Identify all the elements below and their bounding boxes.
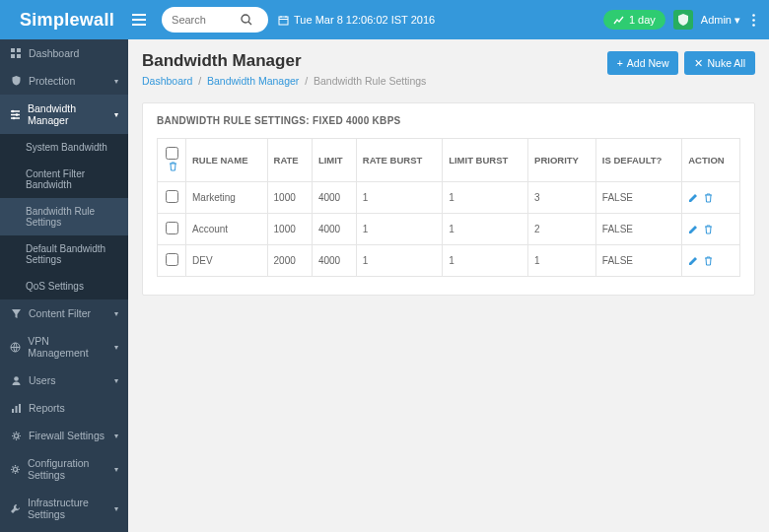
sidebar-item-dashboard[interactable]: Dashboard: [0, 39, 128, 67]
sidebar-item-logout[interactable]: Logout: [0, 528, 128, 532]
cell-limit-burst: 1: [443, 245, 528, 277]
sidebar-item-configuration-settings[interactable]: Configuration Settings▾: [0, 449, 128, 489]
cell-priority: 1: [528, 245, 596, 277]
delete-icon[interactable]: [704, 225, 713, 234]
row-checkbox[interactable]: [166, 190, 178, 203]
nuke-all-button[interactable]: ✕ Nuke All: [684, 51, 755, 75]
shield-badge-icon[interactable]: [673, 10, 693, 30]
cell-rate: 2000: [267, 245, 312, 277]
col-rule-name: RULE NAME: [186, 139, 268, 182]
sidebar-item-vpn-management[interactable]: VPN Management▾: [0, 327, 128, 366]
sliders-icon: [10, 109, 21, 120]
edit-icon[interactable]: [688, 256, 698, 266]
sidebar-item-users[interactable]: Users▾: [0, 366, 128, 394]
col-rate: RATE: [267, 139, 312, 182]
cell-limit: 4000: [312, 182, 356, 214]
edit-icon[interactable]: [688, 193, 698, 203]
delete-icon[interactable]: [704, 256, 713, 266]
cell-limit: 4000: [312, 245, 356, 277]
chevron-down-icon: ▾: [114, 504, 118, 513]
range-label: 1 day: [629, 14, 656, 26]
sidebar-item-label: Firewall Settings: [29, 430, 105, 441]
cell-limit-burst: 1: [443, 182, 528, 214]
sidebar-item-infrastructure-settings[interactable]: Infrastructure Settings▾: [0, 489, 128, 528]
row-checkbox[interactable]: [166, 222, 178, 234]
svg-rect-5: [11, 48, 15, 52]
cell-limit-burst: 1: [443, 214, 528, 245]
sidebar-item-reports[interactable]: Reports: [0, 394, 128, 422]
sidebar-item-label: Content Filter: [29, 307, 91, 319]
trash-icon[interactable]: [169, 163, 177, 173]
sidebar-sub-qos-settings[interactable]: QoS Settings: [0, 273, 128, 299]
x-icon: ✕: [694, 57, 703, 69]
select-all-checkbox[interactable]: [166, 147, 178, 160]
svg-rect-8: [17, 54, 21, 58]
search-icon[interactable]: [241, 14, 252, 26]
svg-point-2: [752, 14, 755, 17]
add-new-button[interactable]: + Add New: [607, 51, 679, 75]
sidebar-item-firewall-settings[interactable]: Firewall Settings▾: [0, 422, 128, 449]
sidebar-item-protection[interactable]: Protection▾: [0, 67, 128, 95]
svg-point-3: [752, 19, 755, 22]
sidebar-sub-default-bandwidth-settings[interactable]: Default Bandwidth Settings: [0, 235, 128, 273]
svg-rect-14: [12, 409, 14, 413]
table-row: DEV20004000111FALSE: [158, 245, 740, 277]
cell-is-default: FALSE: [595, 245, 681, 277]
table-row: Marketing10004000113FALSE: [158, 182, 740, 214]
filter-icon: [10, 308, 22, 319]
sidebar-item-bandwidth-manager[interactable]: Bandwidth Manager▾: [0, 95, 128, 134]
svg-rect-15: [15, 406, 17, 413]
cell-priority: 2: [528, 214, 596, 245]
sidebar-sub-content-filter-bandwidth[interactable]: Content Filter Bandwidth: [0, 161, 128, 198]
svg-point-11: [13, 116, 16, 119]
col-limit-burst: LIMIT BURST: [443, 139, 528, 182]
cell-limit: 4000: [312, 214, 356, 245]
edit-icon[interactable]: [688, 225, 698, 234]
hamburger-icon[interactable]: [124, 0, 154, 39]
gear-icon: [10, 464, 21, 475]
row-checkbox[interactable]: [166, 253, 178, 266]
chart-icon: [613, 16, 624, 25]
crumb-dashboard[interactable]: Dashboard: [142, 75, 192, 87]
cell-rate: 1000: [267, 214, 312, 245]
chevron-down-icon: ▾: [114, 432, 118, 440]
search-input[interactable]: [172, 14, 241, 26]
svg-point-0: [242, 15, 249, 23]
svg-rect-1: [279, 17, 288, 25]
svg-point-13: [14, 376, 19, 381]
calendar-icon: [278, 15, 289, 26]
sidebar-item-label: Configuration Settings: [28, 457, 107, 481]
sidebar-item-content-filter[interactable]: Content Filter▾: [0, 299, 128, 327]
crumb-bandwidth-manager[interactable]: Bandwidth Manager: [207, 75, 299, 87]
col-select: [158, 139, 186, 182]
range-pill[interactable]: 1 day: [603, 10, 665, 30]
user-icon: [10, 375, 22, 386]
breadcrumb: Dashboard / Bandwidth Manager / Bandwidt…: [142, 75, 426, 87]
rules-table: RULE NAME RATE LIMIT RATE BURST LIMIT BU…: [157, 138, 740, 277]
cell-is-default: FALSE: [595, 214, 681, 245]
sidebar-item-label: VPN Management: [28, 335, 107, 359]
cell-action: [682, 245, 740, 277]
sidebar-sub-bandwidth-rule-settings[interactable]: Bandwidth Rule Settings: [0, 198, 128, 235]
cell-rate-burst: 1: [356, 245, 442, 277]
col-priority: PRIORITY: [528, 139, 596, 182]
sidebar-sub-system-bandwidth[interactable]: System Bandwidth: [0, 134, 128, 161]
bars-icon: [10, 403, 22, 414]
admin-menu[interactable]: Admin ▾: [701, 14, 740, 27]
page-title: Bandwidth Manager: [142, 51, 426, 71]
table-header-row: RULE NAME RATE LIMIT RATE BURST LIMIT BU…: [158, 139, 740, 182]
menu-dots-icon[interactable]: [748, 14, 759, 27]
globe-icon: [10, 342, 21, 353]
cell-rule-name: Marketing: [186, 182, 268, 214]
chevron-down-icon: ▾: [114, 465, 118, 474]
delete-icon[interactable]: [704, 193, 713, 203]
chevron-down-icon: ▾: [114, 376, 118, 385]
cell-rule-name: Account: [186, 214, 268, 245]
svg-point-9: [12, 109, 15, 112]
main-content: Bandwidth Manager Dashboard / Bandwidth …: [128, 39, 769, 532]
cell-rate-burst: 1: [356, 214, 442, 245]
search-box[interactable]: [162, 7, 268, 33]
crumb-current: Bandwidth Rule Settings: [314, 75, 426, 87]
gear-icon: [10, 431, 22, 441]
svg-point-4: [752, 24, 755, 27]
